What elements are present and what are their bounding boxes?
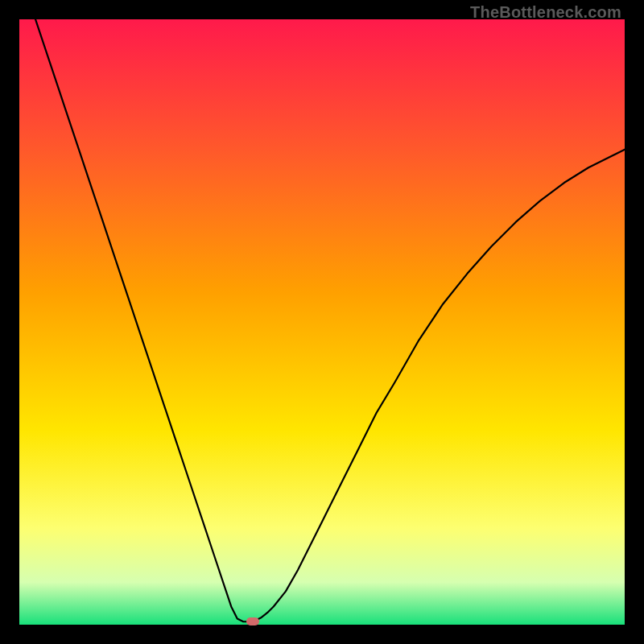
watermark-text: TheBottleneck.com bbox=[470, 3, 621, 22]
chart-frame bbox=[19, 19, 625, 625]
optimum-marker bbox=[246, 617, 259, 625]
chart-svg bbox=[19, 19, 625, 625]
gradient-background bbox=[19, 19, 625, 625]
